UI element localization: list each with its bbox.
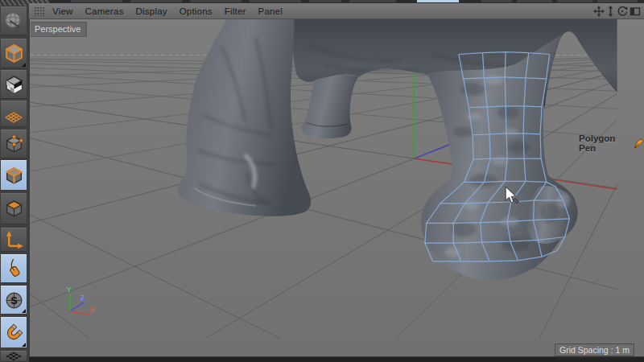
grid-plane-icon[interactable] [1, 101, 27, 127]
menu-display[interactable]: Display [136, 6, 167, 16]
menu-grip-icon[interactable] [34, 6, 46, 16]
points-mode-icon[interactable] [1, 130, 27, 158]
flyout-indicator [22, 343, 26, 347]
pan-view-icon[interactable] [593, 6, 605, 17]
edges-mode-icon[interactable] [1, 160, 27, 191]
tool-hint-label: Polygon Pen [579, 134, 630, 153]
quantize-grid-icon[interactable] [1, 351, 27, 362]
polygon-pen-icon [633, 138, 644, 150]
cinema4d-viewport-window: View Cameras Display Options Filter Pane… [0, 0, 644, 362]
menu-options[interactable]: Options [180, 6, 213, 16]
toggle-panel-icon[interactable] [630, 6, 641, 17]
polygons-mode-icon[interactable] [1, 193, 27, 224]
navigation-globe-icon[interactable] [1, 6, 27, 35]
viewport-3d[interactable]: Y Z X Perspective Polygon Pen Grid Spaci… [29, 19, 644, 356]
magnet-snap-icon[interactable] [1, 317, 27, 348]
gizmo-y-label: Y [67, 286, 72, 294]
left-toolbar: S [0, 6, 29, 362]
axis-gizmo: Y Z X [67, 286, 95, 315]
svg-text:S: S [10, 294, 17, 306]
viewport-menubar: View Cameras Display Options Filter Pane… [29, 3, 644, 19]
view-label[interactable]: Perspective [31, 22, 87, 37]
rotate-view-icon[interactable] [617, 6, 628, 17]
dolly-view-icon[interactable] [606, 6, 615, 17]
checker-cube-icon[interactable] [1, 70, 27, 99]
mouse-move-icon[interactable] [1, 254, 27, 283]
grid-spacing-badge: Grid Spacing : 1 m [555, 343, 634, 356]
snap-settings-icon[interactable]: S [1, 286, 27, 315]
menu-panel[interactable]: Panel [258, 6, 283, 16]
flyout-indicator [22, 63, 26, 67]
flyout-indicator [22, 309, 26, 313]
axis-mode-icon[interactable] [1, 228, 27, 252]
menu-view[interactable]: View [52, 6, 73, 16]
menu-filter[interactable]: Filter [225, 6, 246, 16]
scene-canvas: Y Z X [30, 19, 644, 356]
gizmo-z-label: Z [80, 294, 85, 302]
active-tool-strip [417, 0, 459, 2]
window-bottom-edge [29, 356, 644, 362]
primitive-cube-icon[interactable] [1, 39, 27, 68]
creature-model [178, 19, 617, 281]
menu-cameras[interactable]: Cameras [85, 6, 124, 16]
gizmo-x-label: X [89, 306, 94, 314]
tool-hint: Polygon Pen [579, 134, 644, 153]
